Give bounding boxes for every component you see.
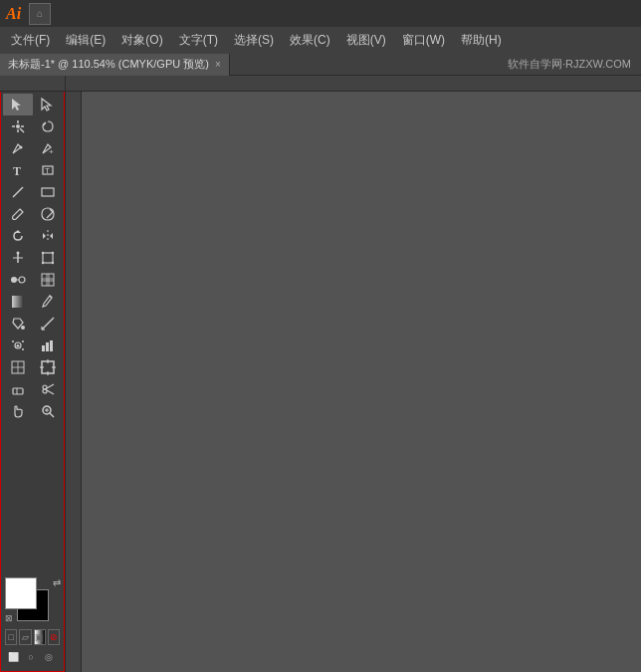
- ruler-corner: [0, 76, 65, 92]
- svg-point-38: [21, 326, 25, 330]
- paintbrush-tool[interactable]: [3, 203, 33, 225]
- swap-colors-icon[interactable]: ⇄: [53, 577, 61, 588]
- foreground-color-swatch[interactable]: [5, 577, 37, 609]
- canvas-area: [66, 76, 641, 672]
- svg-rect-23: [43, 253, 53, 263]
- rect-tool[interactable]: [33, 181, 63, 203]
- lasso-tool[interactable]: [33, 115, 63, 137]
- color-swatches: ⇄ ⊠: [5, 577, 61, 623]
- menu-edit[interactable]: 编辑(E): [59, 29, 112, 52]
- svg-point-22: [17, 252, 20, 255]
- symbol-sprayer-tool[interactable]: ✦: [3, 335, 33, 356]
- gradient-tool[interactable]: [3, 291, 33, 313]
- svg-point-26: [42, 262, 44, 264]
- paint-bucket-tool[interactable]: [3, 313, 33, 335]
- tab-close-button[interactable]: ×: [215, 59, 221, 70]
- svg-line-37: [50, 296, 52, 298]
- eraser-tool[interactable]: [3, 378, 33, 400]
- menu-select[interactable]: 选择(S): [227, 29, 281, 52]
- active-tab[interactable]: 未标题-1* @ 110.54% (CMYK/GPU 预览) ×: [0, 54, 230, 76]
- no-color-btn[interactable]: ⊘: [48, 629, 60, 645]
- svg-line-63: [47, 390, 54, 394]
- reflect-tool[interactable]: [33, 225, 63, 247]
- svg-marker-0: [12, 99, 21, 111]
- canvas-content[interactable]: [82, 92, 641, 672]
- menu-bar: 文件(F) 编辑(E) 对象(O) 文字(T) 选择(S) 效果(C) 视图(V…: [0, 27, 641, 54]
- draw-behind-btn[interactable]: ○: [23, 649, 39, 665]
- scissors-tool[interactable]: [33, 378, 63, 400]
- artboard-tool[interactable]: [33, 356, 63, 378]
- menu-window[interactable]: 窗口(W): [395, 29, 452, 52]
- svg-point-29: [19, 277, 25, 283]
- tab-bar: 未标题-1* @ 110.54% (CMYK/GPU 预览) × 软件自学网·R…: [0, 54, 641, 76]
- svg-point-46: [22, 348, 24, 350]
- color-mode-row: □ ▱ ▣ ⊘: [5, 627, 60, 647]
- svg-point-61: [43, 389, 47, 393]
- svg-rect-47: [42, 345, 45, 351]
- tools-grid: + T T: [1, 92, 64, 422]
- svg-text:T: T: [45, 166, 50, 175]
- zoom-tool[interactable]: [33, 400, 63, 422]
- svg-point-24: [42, 252, 44, 254]
- menu-effect[interactable]: 效果(C): [283, 29, 337, 52]
- width-tool[interactable]: [3, 247, 33, 269]
- menu-file[interactable]: 文件(F): [4, 29, 57, 52]
- svg-line-6: [20, 128, 24, 132]
- normal-mode-btn[interactable]: ⬜: [5, 649, 21, 665]
- svg-rect-58: [13, 388, 23, 394]
- svg-point-7: [16, 124, 20, 128]
- home-icon[interactable]: ⌂: [29, 3, 51, 25]
- slice-tool[interactable]: [3, 356, 33, 378]
- svg-point-27: [52, 262, 54, 264]
- add-anchor-tool[interactable]: +: [33, 137, 63, 159]
- svg-line-62: [47, 384, 54, 388]
- svg-rect-31: [42, 274, 54, 286]
- line-segment-tool[interactable]: [3, 181, 33, 203]
- reset-colors-icon[interactable]: ⊠: [5, 613, 13, 623]
- stroke-color-btn[interactable]: ▱: [19, 629, 31, 645]
- tab-label: 未标题-1* @ 110.54% (CMYK/GPU 预览): [8, 57, 209, 72]
- gradient-btn[interactable]: ▣: [34, 629, 46, 645]
- pen-tool[interactable]: [3, 137, 33, 159]
- hand-tool[interactable]: [3, 400, 33, 422]
- watermark: 软件自学网·RJZXW.COM: [508, 57, 641, 72]
- svg-point-44: [12, 340, 14, 342]
- svg-rect-15: [42, 188, 54, 196]
- menu-type[interactable]: 文字(T): [172, 29, 225, 52]
- svg-marker-18: [43, 233, 46, 239]
- svg-marker-19: [50, 233, 53, 239]
- tools-panel: + T T: [0, 92, 65, 672]
- menu-help[interactable]: 帮助(H): [454, 29, 509, 52]
- direct-selection-tool[interactable]: [33, 94, 63, 115]
- eyedropper-tool[interactable]: [33, 291, 63, 313]
- rotate-tool[interactable]: [3, 225, 33, 247]
- free-transform-tool[interactable]: [33, 247, 63, 269]
- svg-point-9: [20, 146, 23, 149]
- blob-brush-tool[interactable]: [33, 203, 63, 225]
- menu-view[interactable]: 视图(V): [339, 29, 393, 52]
- svg-point-28: [11, 277, 17, 283]
- vertical-ruler: [66, 92, 82, 672]
- selection-tool[interactable]: [3, 94, 33, 115]
- svg-marker-1: [42, 99, 51, 111]
- svg-point-60: [43, 385, 47, 389]
- type-tool[interactable]: T: [3, 159, 33, 181]
- menu-object[interactable]: 对象(O): [114, 29, 169, 52]
- svg-line-65: [50, 413, 54, 417]
- title-bar: Ai ⌂: [0, 0, 641, 27]
- blend-tool[interactable]: [3, 269, 33, 291]
- svg-rect-49: [50, 340, 53, 351]
- svg-text:+: +: [49, 147, 54, 156]
- mesh-tool[interactable]: [33, 269, 63, 291]
- view-mode-row: ⬜ ○ ◎: [5, 647, 60, 669]
- svg-point-45: [22, 340, 24, 342]
- magic-wand-tool[interactable]: [3, 115, 33, 137]
- svg-rect-36: [12, 296, 24, 308]
- svg-line-39: [42, 318, 54, 330]
- area-type-tool[interactable]: T: [33, 159, 63, 181]
- measure-tool[interactable]: [33, 313, 63, 335]
- fill-color-btn[interactable]: □: [5, 629, 17, 645]
- draw-inside-btn[interactable]: ◎: [41, 649, 57, 665]
- app-logo: Ai: [6, 5, 21, 23]
- column-graph-tool[interactable]: [33, 335, 63, 356]
